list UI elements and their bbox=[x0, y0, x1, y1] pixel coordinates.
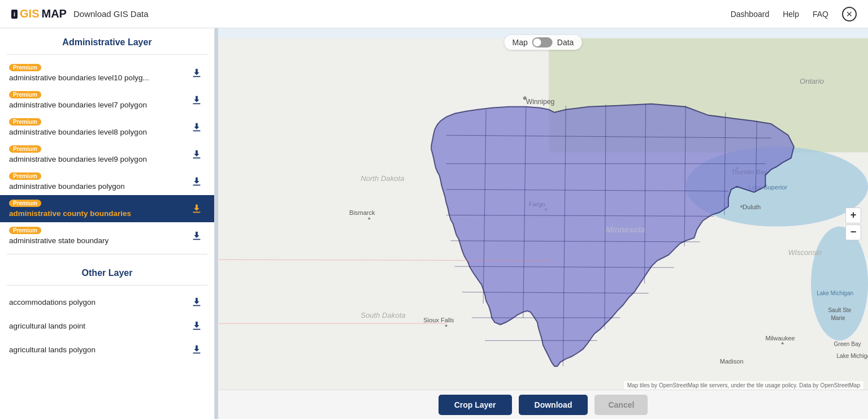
svg-text:Bismarck: Bismarck bbox=[349, 209, 375, 216]
svg-text:Lake Michigan: Lake Michigan bbox=[817, 290, 853, 296]
logo-icon: i bbox=[11, 10, 18, 19]
layer-item-8[interactable]: accommodations polygon bbox=[0, 290, 214, 314]
download-btn-1[interactable] bbox=[188, 66, 205, 80]
download-btn-2[interactable] bbox=[188, 93, 205, 107]
svg-text:Duluth: Duluth bbox=[743, 204, 761, 210]
main-layout: Administrative Layer Premium administrat… bbox=[0, 28, 868, 419]
layer-left-6: Premium administrative county boundaries bbox=[9, 200, 188, 218]
other-divider2 bbox=[7, 285, 207, 286]
svg-text:Green Bay: Green Bay bbox=[834, 341, 861, 347]
download-btn-5[interactable] bbox=[188, 174, 205, 189]
layer-name-8: accommodations polygon bbox=[9, 298, 188, 306]
svg-text:Ontario: Ontario bbox=[800, 77, 824, 85]
layer-name-3: administrative boundaries level8 polygon bbox=[9, 128, 188, 136]
layer-name-1: administrative boundaries level10 polyg.… bbox=[9, 74, 188, 82]
map-svg[interactable]: Ontario Lake Superior Lake Michigan Wisc… bbox=[218, 28, 868, 419]
layer-name-4: administrative boundaries level9 polygon bbox=[9, 155, 188, 163]
svg-text:Winnipeg: Winnipeg bbox=[526, 98, 554, 106]
nav-faq[interactable]: FAQ bbox=[813, 10, 828, 19]
map-data-toggle: Map Data bbox=[505, 35, 582, 50]
layer-item-10[interactable]: agricultural lands polygon bbox=[0, 338, 214, 361]
nav-dashboard[interactable]: Dashboard bbox=[731, 10, 770, 19]
svg-point-25 bbox=[782, 342, 784, 344]
other-divider bbox=[7, 254, 207, 254]
layer-left-1: Premium administrative boundaries level1… bbox=[9, 64, 188, 82]
admin-section-title: Administrative Layer bbox=[0, 28, 214, 54]
page-title: Download GIS Data bbox=[73, 9, 149, 19]
svg-text:Lake Michigan: Lake Michigan bbox=[837, 353, 868, 359]
logo-map: MAP bbox=[42, 7, 67, 20]
layer-left-8: accommodations polygon bbox=[9, 298, 188, 306]
download-btn-6[interactable] bbox=[188, 201, 205, 216]
premium-badge-7: Premium bbox=[9, 227, 41, 234]
map-container: Map Data Ontario Lake Superior bbox=[218, 28, 868, 419]
toggle-map-label: Map bbox=[513, 38, 528, 47]
map-toggle-switch[interactable] bbox=[532, 37, 553, 47]
logo: iGISMAP bbox=[11, 7, 67, 20]
svg-point-13 bbox=[523, 97, 527, 100]
svg-text:Wisconsin: Wisconsin bbox=[788, 248, 822, 257]
other-section-title: Other Layer bbox=[0, 259, 214, 285]
layer-left-5: Premium administrative boundaries polygo… bbox=[9, 172, 188, 191]
svg-point-15 bbox=[368, 217, 370, 219]
close-button[interactable]: ✕ bbox=[842, 7, 857, 21]
layer-item-2[interactable]: Premium administrative boundaries level7… bbox=[0, 87, 214, 114]
logo-gis: GIS bbox=[20, 7, 39, 20]
download-button[interactable]: Download bbox=[519, 395, 588, 415]
svg-text:Madison: Madison bbox=[720, 358, 744, 365]
bottom-action-bar: Crop Layer Download Cancel bbox=[218, 390, 868, 419]
premium-badge-3: Premium bbox=[9, 118, 41, 126]
download-btn-9[interactable] bbox=[188, 318, 205, 333]
layer-item-1[interactable]: Premium administrative boundaries level1… bbox=[0, 59, 214, 87]
layer-name-10: agricultural lands polygon bbox=[9, 345, 188, 354]
premium-badge-6: Premium bbox=[9, 200, 41, 207]
header-left: iGISMAP Download GIS Data bbox=[11, 7, 149, 20]
layer-left-9: agricultural lands point bbox=[9, 322, 188, 330]
layer-item-3[interactable]: Premium administrative boundaries level8… bbox=[0, 114, 214, 141]
download-btn-3[interactable] bbox=[188, 120, 205, 135]
svg-text:Milwaukee: Milwaukee bbox=[765, 335, 795, 342]
layer-name-7: administrative state boundary bbox=[9, 236, 188, 245]
download-btn-7[interactable] bbox=[188, 228, 205, 243]
svg-text:Sioux Falls: Sioux Falls bbox=[423, 317, 454, 323]
layer-left-4: Premium administrative boundaries level9… bbox=[9, 145, 188, 163]
layer-item-9[interactable]: agricultural lands point bbox=[0, 314, 214, 338]
header: iGISMAP Download GIS Data Dashboard Help… bbox=[0, 0, 868, 28]
layer-name-6: administrative county boundaries bbox=[9, 209, 188, 218]
zoom-in-button[interactable]: + bbox=[845, 208, 861, 223]
download-btn-8[interactable] bbox=[188, 295, 205, 309]
nav-help[interactable]: Help bbox=[783, 10, 799, 19]
svg-text:South Dakota: South Dakota bbox=[361, 311, 405, 319]
download-btn-4[interactable] bbox=[188, 147, 205, 162]
layer-item-4[interactable]: Premium administrative boundaries level9… bbox=[0, 141, 214, 168]
crop-layer-button[interactable]: Crop Layer bbox=[439, 395, 512, 415]
svg-point-7 bbox=[811, 227, 868, 341]
cancel-button[interactable]: Cancel bbox=[594, 395, 648, 415]
layer-name-9: agricultural lands point bbox=[9, 322, 188, 330]
zoom-out-button[interactable]: − bbox=[845, 224, 861, 240]
premium-badge-5: Premium bbox=[9, 172, 41, 180]
premium-badge-2: Premium bbox=[9, 91, 41, 98]
toggle-data-label: Data bbox=[557, 38, 574, 47]
svg-point-21 bbox=[740, 205, 743, 208]
layer-left-3: Premium administrative boundaries level8… bbox=[9, 118, 188, 136]
premium-badge-4: Premium bbox=[9, 145, 41, 153]
download-btn-10[interactable] bbox=[188, 342, 205, 357]
layer-name-5: administrative boundaries polygon bbox=[9, 182, 188, 191]
sidebar: Administrative Layer Premium administrat… bbox=[0, 28, 215, 419]
header-right: Dashboard Help FAQ ✕ bbox=[731, 7, 857, 21]
admin-divider bbox=[7, 54, 207, 55]
svg-text:Sault Ste: Sault Ste bbox=[828, 307, 851, 313]
layer-name-2: administrative boundaries level7 polygon bbox=[9, 101, 188, 109]
layer-left-7: Premium administrative state boundary bbox=[9, 227, 188, 245]
toggle-knob bbox=[533, 38, 541, 46]
layer-item-7[interactable]: Premium administrative state boundary bbox=[0, 222, 214, 249]
svg-text:North Dakota: North Dakota bbox=[361, 174, 404, 183]
layer-item-5[interactable]: Premium administrative boundaries polygo… bbox=[0, 168, 214, 195]
zoom-controls: + − bbox=[845, 208, 861, 240]
svg-text:Marie: Marie bbox=[831, 315, 845, 321]
layer-item-6[interactable]: Premium administrative county boundaries bbox=[0, 195, 214, 222]
svg-point-23 bbox=[445, 325, 447, 327]
premium-badge-1: Premium bbox=[9, 64, 41, 71]
layer-left-10: agricultural lands polygon bbox=[9, 345, 188, 354]
